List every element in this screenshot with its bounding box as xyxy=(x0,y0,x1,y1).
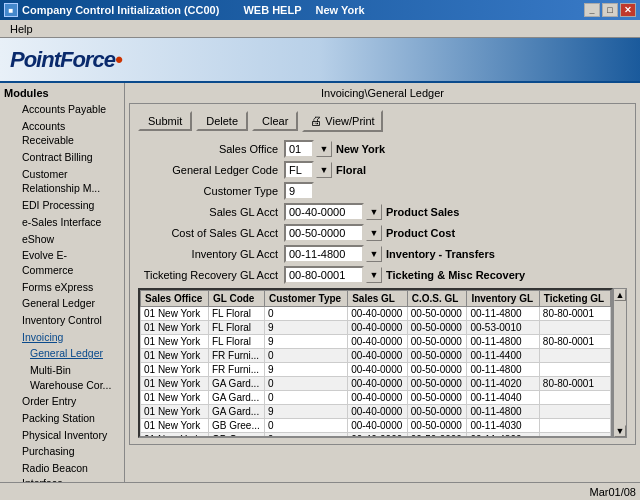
table-cell: 00-50-0000 xyxy=(407,363,467,377)
ticketing-gl-input[interactable] xyxy=(284,266,364,284)
content-area: Invoicing\General Ledger Submit Delete C… xyxy=(125,83,640,500)
table-row[interactable]: 01 New YorkGA Gard...000-40-000000-50-00… xyxy=(141,391,611,405)
table-cell: 9 xyxy=(265,321,348,335)
table-row[interactable]: 01 New YorkGA Gard...900-40-000000-50-00… xyxy=(141,405,611,419)
app-icon: ■ xyxy=(4,3,18,17)
sidebar-item-edi[interactable]: EDI Processing xyxy=(2,197,122,214)
sidebar-item-eshow[interactable]: eShow xyxy=(2,231,122,248)
sidebar-item-invoicing-gl[interactable]: General Ledger xyxy=(2,345,122,362)
table-cell: 00-11-4030 xyxy=(467,419,539,433)
sales-gl-row: Sales GL Acct ▼ Product Sales xyxy=(138,203,627,221)
menu-help[interactable]: Help xyxy=(4,22,39,36)
cos-gl-name: Product Cost xyxy=(386,227,455,239)
cos-gl-input[interactable] xyxy=(284,224,364,242)
table-cell: 0 xyxy=(265,349,348,363)
sidebar-item-accounts-payable[interactable]: Accounts Payable xyxy=(2,101,122,118)
table-row[interactable]: 01 New YorkFR Furni...900-40-000000-50-0… xyxy=(141,363,611,377)
sidebar-item-crm[interactable]: Customer Relationship M... xyxy=(2,166,122,197)
customer-type-input[interactable] xyxy=(284,182,314,200)
sidebar-item-evolve[interactable]: Evolve E-Commerce xyxy=(2,247,122,278)
table-cell: 0 xyxy=(265,377,348,391)
col-cos-gl: C.O.S. GL xyxy=(407,291,467,307)
table-row[interactable]: 01 New YorkGA Gard...000-40-000000-50-00… xyxy=(141,377,611,391)
data-table[interactable]: Sales Office GL Code Customer Type Sales… xyxy=(138,288,613,438)
sidebar-item-contract-billing[interactable]: Contract Billing xyxy=(2,149,122,166)
main-layout: Modules Accounts Payable Accounts Receiv… xyxy=(0,83,640,500)
table-row[interactable]: 01 New YorkFL Floral900-40-000000-50-000… xyxy=(141,335,611,349)
inventory-gl-lookup[interactable]: ▼ xyxy=(366,246,382,262)
table-cell: 01 New York xyxy=(141,335,209,349)
inventory-gl-row: Inventory GL Acct ▼ Inventory - Transfer… xyxy=(138,245,627,263)
table-cell: 00-40-0000 xyxy=(348,307,408,321)
sidebar-item-invoicing[interactable]: Invoicing xyxy=(2,329,122,346)
table-cell: GA Gard... xyxy=(208,405,264,419)
table-cell xyxy=(539,419,610,433)
scroll-up-button[interactable]: ▲ xyxy=(614,289,626,301)
submit-button[interactable]: Submit xyxy=(138,111,192,131)
sales-gl-lookup[interactable]: ▼ xyxy=(366,204,382,220)
col-gl-code: GL Code xyxy=(208,291,264,307)
sales-office-lookup[interactable]: ▼ xyxy=(316,141,332,157)
table-section: Sales Office GL Code Customer Type Sales… xyxy=(138,288,627,438)
table-cell: 00-50-0000 xyxy=(407,349,467,363)
view-print-button[interactable]: 🖨 View/Print xyxy=(302,110,382,132)
table-row[interactable]: 01 New YorkGB Gree...000-40-000000-50-00… xyxy=(141,419,611,433)
table-cell: 00-53-0010 xyxy=(467,321,539,335)
col-ticketing-gl: Ticketing GL xyxy=(539,291,610,307)
table-cell: 00-11-4800 xyxy=(467,363,539,377)
table-row[interactable]: 01 New YorkFR Furni...000-40-000000-50-0… xyxy=(141,349,611,363)
table-row[interactable]: 01 New YorkGB Gree...900-40-000000-50-00… xyxy=(141,433,611,439)
table-cell xyxy=(539,321,610,335)
inventory-gl-input[interactable] xyxy=(284,245,364,263)
sales-office-input[interactable] xyxy=(284,140,314,158)
printer-icon: 🖨 xyxy=(310,114,322,128)
table-row[interactable]: 01 New YorkFL Floral900-40-000000-50-000… xyxy=(141,321,611,335)
scrollbar-vertical[interactable]: ▲ ▼ xyxy=(613,288,627,438)
table-cell: GB Gree... xyxy=(208,419,264,433)
table-cell: 00-40-0000 xyxy=(348,349,408,363)
table-cell: 01 New York xyxy=(141,433,209,439)
table-cell: 00-40-0000 xyxy=(348,433,408,439)
delete-button[interactable]: Delete xyxy=(196,111,248,131)
ticketing-gl-lookup[interactable]: ▼ xyxy=(366,267,382,283)
sales-gl-input[interactable] xyxy=(284,203,364,221)
table-cell xyxy=(539,405,610,419)
col-inventory-gl: Inventory GL xyxy=(467,291,539,307)
breadcrumb: Invoicing\General Ledger xyxy=(129,87,636,99)
customer-type-label: Customer Type xyxy=(138,185,278,197)
col-customer-type: Customer Type xyxy=(265,291,348,307)
web-help[interactable]: WEB HELP xyxy=(243,4,301,16)
scroll-down-button[interactable]: ▼ xyxy=(614,425,626,437)
minimize-button[interactable]: _ xyxy=(584,3,600,17)
sidebar-item-order-entry[interactable]: Order Entry xyxy=(2,393,122,410)
sidebar-item-packing[interactable]: Packing Station xyxy=(2,410,122,427)
sidebar-item-esales[interactable]: e-Sales Interface xyxy=(2,214,122,231)
sidebar-item-inventory[interactable]: Inventory Control xyxy=(2,312,122,329)
table-cell: 9 xyxy=(265,433,348,439)
gl-code-input[interactable] xyxy=(284,161,314,179)
close-button[interactable]: ✕ xyxy=(620,3,636,17)
sidebar-item-gl[interactable]: General Ledger xyxy=(2,295,122,312)
table-cell xyxy=(539,349,610,363)
sidebar-header: Modules xyxy=(2,85,122,101)
maximize-button[interactable]: □ xyxy=(602,3,618,17)
table-cell: 9 xyxy=(265,335,348,349)
title-text: Company Control Initialization (CC00) xyxy=(22,4,219,16)
sales-office-row: Sales Office ▼ New York xyxy=(138,140,627,158)
gl-code-lookup[interactable]: ▼ xyxy=(316,162,332,178)
table-cell: 80-80-0001 xyxy=(539,377,610,391)
sidebar-item-physical-inv[interactable]: Physical Inventory xyxy=(2,427,122,444)
sidebar-item-purchasing[interactable]: Purchasing xyxy=(2,443,122,460)
title-bar: ■ Company Control Initialization (CC00) … xyxy=(0,0,640,20)
sidebar-item-accounts-receivable[interactable]: Accounts Receivable xyxy=(2,118,122,149)
cos-gl-lookup[interactable]: ▼ xyxy=(366,225,382,241)
sidebar-item-multibin[interactable]: Multi-Bin Warehouse Cor... xyxy=(2,362,122,393)
table-cell: 00-50-0000 xyxy=(407,335,467,349)
clear-button[interactable]: Clear xyxy=(252,111,298,131)
table-row[interactable]: 01 New YorkFL Floral000-40-000000-50-000… xyxy=(141,307,611,321)
table-cell: GA Gard... xyxy=(208,377,264,391)
toolbar: Submit Delete Clear 🖨 View/Print xyxy=(138,110,627,132)
ticketing-gl-label: Ticketing Recovery GL Acct xyxy=(138,269,278,281)
sidebar-item-forms[interactable]: Forms eXpress xyxy=(2,279,122,296)
table-cell: 9 xyxy=(265,363,348,377)
